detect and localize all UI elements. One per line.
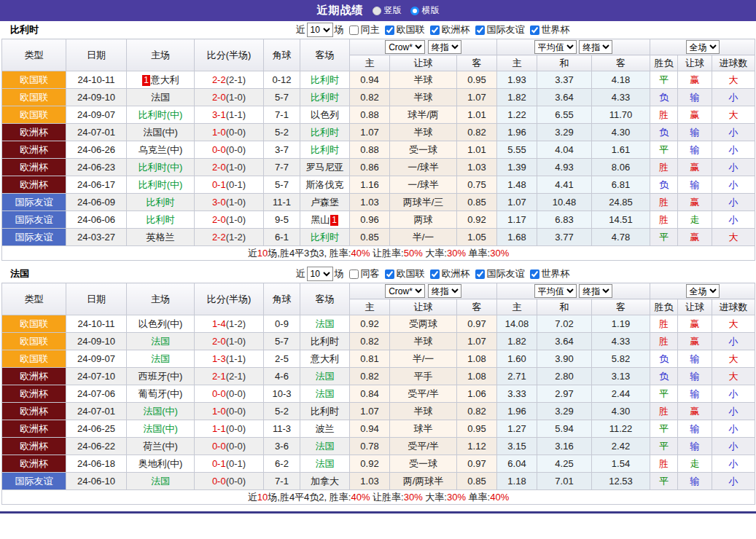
match-row: 欧洲杯 24-06-26 乌克兰(中) 0-0(0-0) 3-7 比利时 0.8… — [2, 141, 755, 159]
avg-away-odds: 4.33 — [592, 333, 650, 350]
halftime-score: (2-1) — [226, 74, 246, 85]
away-team-name[interactable]: 波兰 — [316, 423, 335, 434]
away-team-name[interactable]: 卢森堡 — [311, 197, 339, 208]
home-team-name[interactable]: 比利时 — [147, 214, 175, 225]
corners-cell: 3-7 — [264, 141, 300, 159]
average-select[interactable]: 平均值 — [534, 284, 577, 298]
home-team-cell: 比利时(中) — [127, 176, 195, 194]
away-team-name[interactable]: 法国 — [316, 458, 335, 469]
away-team-name[interactable]: 意大利 — [311, 353, 339, 364]
avg-draw-odds: 2.80 — [537, 368, 592, 385]
odds-handicap: 受平/半 — [390, 438, 457, 455]
league-checkbox-euro[interactable] — [430, 25, 440, 35]
fullmatch-select[interactable]: 全场 — [686, 40, 720, 54]
home-team-name[interactable]: 奥地利(中) — [139, 458, 183, 469]
league-checkbox-euro[interactable] — [430, 270, 440, 279]
average-select[interactable]: 平均值 — [534, 40, 577, 54]
away-team-name[interactable]: 比利时 — [311, 127, 339, 138]
match-row: 欧洲杯 24-07-06 葡萄牙(中) 0-0(0-0) 10-3 法国 0.8… — [2, 385, 755, 403]
layout-radio-vertical[interactable]: 竖版 — [373, 4, 402, 17]
same-venue-checkbox[interactable] — [349, 270, 359, 279]
league-checkbox-worldcup[interactable] — [530, 25, 539, 35]
odds-handicap: 半球 — [390, 71, 457, 89]
bookmaker-select[interactable]: Crow* — [385, 284, 425, 298]
home-team-name[interactable]: 比利时(中) — [139, 179, 183, 190]
home-team-name[interactable]: 以色列(中) — [139, 318, 183, 329]
match-count-select[interactable]: 10 — [307, 23, 333, 37]
away-team-name[interactable]: 黑山 — [311, 214, 330, 225]
match-row: 欧洲杯 24-06-22 荷兰(中) 0-0(0-0) 3-6 法国 0.78 … — [2, 438, 755, 455]
home-team-name[interactable]: 比利时 — [147, 197, 175, 208]
same-venue-checkbox[interactable] — [349, 25, 359, 35]
league-checkbox-nations[interactable] — [385, 25, 394, 35]
home-team-name[interactable]: 法国(中) — [143, 423, 178, 434]
away-team-name[interactable]: 法国 — [316, 388, 335, 399]
away-team-name[interactable]: 法国 — [316, 318, 335, 329]
corners-cell: 11-1 — [264, 194, 300, 211]
away-team-name[interactable]: 加拿大 — [311, 476, 339, 487]
score-cell: 0-1(0-1) — [195, 176, 264, 194]
fulltime-score: 0-0 — [212, 476, 226, 487]
away-team-name[interactable]: 法国 — [316, 371, 335, 382]
league-label-worldcup: 世界杯 — [542, 267, 570, 280]
away-team-name[interactable]: 法国 — [316, 441, 335, 452]
odds-home: 0.88 — [350, 141, 390, 159]
home-team-name[interactable]: 法国 — [151, 353, 170, 364]
league-checkbox-friendly[interactable] — [475, 25, 485, 35]
final-odds-select[interactable]: 终指 — [428, 284, 461, 298]
score-cell: 2-2(2-1) — [195, 71, 264, 89]
home-team-name[interactable]: 乌克兰(中) — [139, 144, 183, 155]
match-count-select[interactable]: 10 — [307, 267, 333, 281]
radio-unchecked-icon[interactable] — [373, 7, 381, 15]
result-goals: 大 — [712, 106, 755, 124]
col-home: 主场 — [127, 39, 195, 71]
corners-cell: 4-6 — [264, 368, 300, 385]
corners-cell: 5-7 — [264, 89, 300, 106]
home-team-name[interactable]: 法国(中) — [143, 127, 178, 138]
away-team-name[interactable]: 比利时 — [311, 92, 339, 103]
result-goals: 小 — [712, 473, 755, 490]
home-team-name[interactable]: 法国(中) — [143, 406, 178, 417]
fullmatch-select[interactable]: 全场 — [686, 284, 720, 298]
radio-checked-icon[interactable] — [410, 7, 419, 15]
competition-badge: 国际友谊 — [2, 229, 66, 246]
final-odds-select[interactable]: 终指 — [428, 40, 461, 54]
home-team-name[interactable]: 意大利 — [151, 74, 179, 85]
home-team-name[interactable]: 比利时(中) — [139, 162, 183, 173]
away-team-name[interactable]: 比利时 — [311, 406, 339, 417]
final-odds-select-2[interactable]: 终指 — [579, 284, 612, 298]
result-wdl: 胜 — [650, 403, 678, 420]
corners-cell: 9-5 — [264, 211, 300, 229]
home-team-name[interactable]: 葡萄牙(中) — [139, 388, 183, 399]
home-team-name[interactable]: 比利时(中) — [139, 109, 183, 120]
league-checkbox-worldcup[interactable] — [530, 270, 539, 279]
away-team-name[interactable]: 比利时 — [311, 336, 339, 347]
col-result-wdl: 胜负 — [650, 299, 678, 315]
away-team-name[interactable]: 比利时 — [311, 144, 339, 155]
result-goals: 小 — [712, 124, 755, 141]
away-team-name[interactable]: 罗马尼亚 — [306, 162, 344, 173]
layout-radio-horizontal[interactable]: 横版 — [410, 4, 440, 17]
avg-draw-odds: 3.64 — [537, 89, 592, 106]
avg-home-odds: 1.68 — [497, 229, 537, 246]
odds-home: 0.86 — [350, 159, 390, 176]
away-team-name[interactable]: 斯洛伐克 — [306, 179, 344, 190]
away-team-name[interactable]: 比利时 — [311, 232, 339, 243]
home-team-name[interactable]: 英格兰 — [147, 232, 175, 243]
home-team-name[interactable]: 法国 — [151, 336, 170, 347]
away-team-name[interactable]: 以色列 — [311, 109, 339, 120]
result-goals: 大 — [712, 229, 755, 246]
league-checkbox-friendly[interactable] — [475, 270, 485, 279]
home-team-name[interactable]: 法国 — [151, 476, 170, 487]
league-checkbox-nations[interactable] — [385, 270, 394, 279]
score-cell: 1-0(0-0) — [195, 124, 264, 141]
final-odds-select-2[interactable]: 终指 — [579, 40, 612, 54]
home-team-name[interactable]: 西班牙(中) — [139, 371, 183, 382]
bookmaker-select[interactable]: Crow* — [385, 40, 425, 54]
away-team-cell: 法国 — [300, 455, 350, 473]
home-team-name[interactable]: 法国 — [151, 92, 170, 103]
home-team-name[interactable]: 荷兰(中) — [143, 441, 178, 452]
score-cell: 2-0(1-0) — [195, 333, 264, 350]
match-row: 欧国联 24-09-10 法国 2-0(1-0) 5-7 比利时 0.82 半球… — [2, 333, 755, 350]
away-team-name[interactable]: 比利时 — [311, 74, 339, 85]
